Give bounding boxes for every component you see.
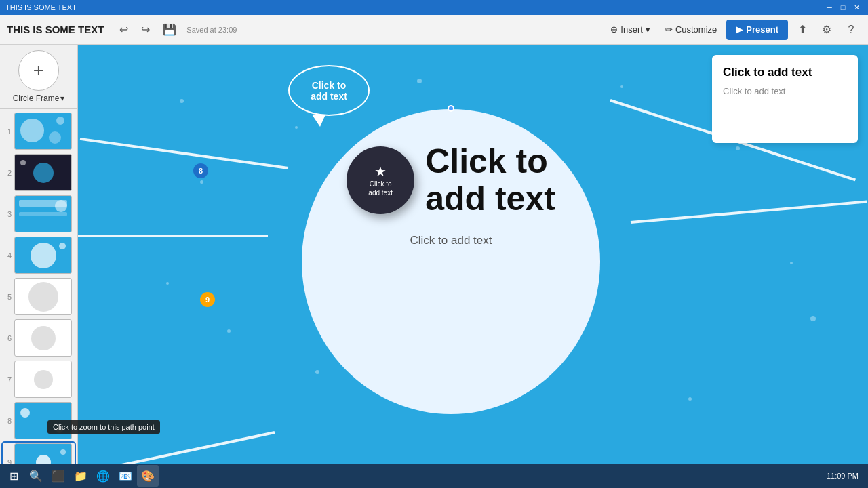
shape-selector: + Circle Frame ▾ xyxy=(0,45,77,109)
badge-8: 8 xyxy=(193,163,208,178)
customize-button[interactable]: ✏ Customize xyxy=(660,20,722,39)
main-layout: + Circle Frame ▾ 1 2 xyxy=(0,45,868,488)
start-button[interactable]: ⊞ xyxy=(3,465,24,487)
title-bar-text: THIS IS SOME TEXT xyxy=(5,3,77,12)
slide-item[interactable]: 3 xyxy=(3,195,75,233)
slide-thumbnail xyxy=(14,278,72,315)
canvas-area: 8 9 11 Click toadd text xyxy=(78,45,868,488)
circle-content: ★ Click toadd text Click toadd text xyxy=(347,143,555,218)
slide-item[interactable]: 1 xyxy=(3,112,75,150)
shape-dropdown-icon[interactable]: ▾ xyxy=(60,94,64,103)
speech-bubble[interactable]: Click toadd text xyxy=(288,65,370,127)
slide-item[interactable]: 4 xyxy=(3,236,75,274)
maximize-button[interactable]: □ xyxy=(837,2,849,13)
circle-subtitle[interactable]: Click to add text xyxy=(410,234,492,247)
add-shape-button[interactable]: + xyxy=(18,50,59,91)
star-icon: ★ xyxy=(374,163,387,180)
slide-background: 8 9 11 Click toadd text xyxy=(78,45,868,488)
redo-button[interactable]: ↪ xyxy=(135,20,155,40)
slide-thumbnail xyxy=(14,319,72,357)
undo-redo-group: ↩ ↪ xyxy=(113,20,155,40)
task-view[interactable]: ⬛ xyxy=(47,465,69,487)
insert-icon: ⊕ xyxy=(610,24,618,35)
control-point[interactable] xyxy=(448,105,454,112)
close-button[interactable]: ✕ xyxy=(850,2,863,13)
decorative-dot xyxy=(736,146,740,150)
decorative-dot xyxy=(315,370,319,374)
plus-icon: + xyxy=(33,60,44,81)
right-panel-title[interactable]: Click to add text xyxy=(723,66,847,79)
decorative-dot xyxy=(790,262,793,264)
decorative-dot xyxy=(810,316,816,321)
right-info-panel: Click to add text Click to add text xyxy=(712,55,858,143)
slide-item[interactable]: 5 xyxy=(3,277,75,316)
app-icon[interactable]: 🎨 xyxy=(137,465,159,487)
help-button[interactable]: ? xyxy=(841,20,861,40)
insert-button[interactable]: ⊕ Insert ▾ xyxy=(605,20,656,39)
title-bar-controls: ─ □ ✕ xyxy=(823,2,863,13)
title-bar: THIS IS SOME TEXT ─ □ ✕ xyxy=(0,0,868,15)
slide-item[interactable]: 7 xyxy=(3,360,75,399)
file-explorer[interactable]: 📁 xyxy=(70,465,92,487)
slide-item[interactable]: 6 xyxy=(3,319,75,357)
shape-label: Circle Frame ▾ xyxy=(13,94,65,103)
decorative-dot xyxy=(166,282,169,285)
pencil-icon: ✏ xyxy=(665,24,673,35)
slide-list: 1 2 3 xyxy=(0,109,77,469)
main-circle-text[interactable]: Click toadd text xyxy=(425,143,555,218)
main-circle: ★ Click toadd text Click toadd text Clic… xyxy=(302,109,600,414)
slide-thumbnail xyxy=(14,361,72,398)
right-panel-subtitle[interactable]: Click to add text xyxy=(723,86,847,96)
browser-icon[interactable]: 🌐 xyxy=(92,465,114,487)
slide-thumbnail xyxy=(14,113,72,150)
toolbar: THIS IS SOME TEXT ↩ ↪ 💾 Saved at 23:09 ⊕… xyxy=(0,15,868,45)
play-icon: ▶ xyxy=(736,24,743,35)
decorative-dot xyxy=(200,180,203,184)
search-taskbar[interactable]: 🔍 xyxy=(25,465,47,487)
minimize-button[interactable]: ─ xyxy=(823,2,835,13)
insert-dropdown-icon: ▾ xyxy=(646,24,650,35)
slide-thumbnail xyxy=(14,154,72,191)
slide-item[interactable]: 8 xyxy=(3,401,75,440)
taskbar: ⊞ 🔍 ⬛ 📁 🌐 📧 🎨 11:09 PM xyxy=(0,464,868,488)
badge-9: 9 xyxy=(200,292,215,307)
decorative-dot xyxy=(620,85,623,88)
decorative-dot xyxy=(180,99,184,103)
save-status: Saved at 23:09 xyxy=(186,26,237,34)
left-panel: + Circle Frame ▾ 1 2 xyxy=(0,45,78,488)
decorative-dot xyxy=(227,329,231,333)
slide-thumbnail xyxy=(14,402,72,439)
share-button[interactable]: ⬆ xyxy=(792,20,812,40)
dark-circle-button[interactable]: ★ Click toadd text xyxy=(347,146,414,214)
slide-thumbnail xyxy=(14,237,72,274)
decorative-dot xyxy=(688,397,692,401)
slide-item[interactable]: 2 xyxy=(3,153,75,192)
mail-icon[interactable]: 📧 xyxy=(115,465,136,487)
present-button[interactable]: ▶ Present xyxy=(726,20,788,40)
slide-thumbnail xyxy=(14,195,72,232)
undo-button[interactable]: ↩ xyxy=(113,20,134,40)
diagonal-line xyxy=(631,201,867,224)
save-button[interactable]: 💾 xyxy=(159,20,180,40)
settings-button[interactable]: ⚙ xyxy=(816,20,837,40)
diagonal-line xyxy=(80,138,289,169)
document-title: THIS IS SOME TEXT xyxy=(7,24,104,35)
decorative-dot xyxy=(417,79,422,83)
diagonal-line xyxy=(78,235,268,237)
taskbar-time: 11:09 PM xyxy=(827,472,865,480)
